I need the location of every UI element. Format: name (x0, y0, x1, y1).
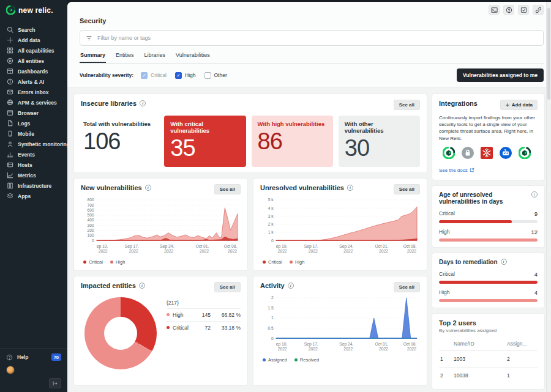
sidebar-item-all-capabilities[interactable]: All capabilities (0, 45, 67, 56)
vulnerabilities-assigned-button[interactable]: Vulnerabilities assigned to me (457, 68, 544, 82)
svg-text:Oct 08,: Oct 08, (403, 342, 417, 346)
sidebar-spacer (0, 201, 67, 349)
legend-item-high[interactable]: High (110, 259, 125, 265)
snowflake-icon[interactable] (481, 147, 493, 159)
legend-item-assigned[interactable]: Assigned (263, 357, 287, 363)
feedback-icon[interactable] (518, 5, 529, 15)
legend-item-high[interactable]: High (290, 259, 304, 265)
see-the-docs-link[interactable]: See the docs (439, 168, 474, 173)
avatar[interactable] (6, 366, 15, 374)
info-icon[interactable] (347, 185, 353, 191)
impacted-entities-donut[interactable] (84, 297, 157, 369)
chart-legend: CriticalHigh (81, 259, 241, 265)
tab-bar: SummaryEntitiesLibrariesVulnerabilities (80, 52, 544, 64)
integration-icons (443, 147, 538, 159)
chart-legend: AssignedResolved (260, 357, 420, 363)
sidebar-item-label: Errors inbox (18, 89, 49, 95)
severity-checkbox-critical[interactable]: Critical (141, 72, 167, 79)
sidebar-item-metrics[interactable]: Metrics (0, 170, 67, 180)
svg-text:2: 2 (271, 295, 274, 300)
sidebar-collapse-button[interactable] (49, 378, 61, 388)
insecure-tile-critical[interactable]: With critical vulnerabilities35 (164, 116, 246, 167)
external-link-icon (470, 168, 474, 172)
sidebar-item-add-data[interactable]: Add data (0, 35, 67, 45)
dependabot-icon[interactable] (500, 147, 512, 159)
right-column: Integrations Add data Continuously impor… (432, 94, 545, 386)
help-circle-icon[interactable] (503, 5, 514, 15)
severity-options: CriticalHighOther (141, 72, 449, 79)
sidebar-item-infrastructure[interactable]: Infrastructure (0, 180, 67, 191)
tab-libraries[interactable]: Libraries (144, 52, 167, 63)
svg-text:4 k: 4 k (268, 205, 274, 210)
svg-text:Oct 01,: Oct 01, (375, 342, 389, 346)
sidebar-item-synthetic-monitoring[interactable]: Synthetic monitoring (0, 139, 67, 149)
info-icon[interactable] (145, 185, 151, 191)
new-vulnerabilities-chart[interactable]: 0100200300400500600700800ep 10,2022Sep 1… (81, 197, 241, 257)
scrollbar[interactable] (546, 2, 551, 392)
sidebar-item-browser[interactable]: Browser (0, 108, 67, 118)
svg-text:0: 0 (271, 238, 274, 242)
sidebar-item-logs[interactable]: Logs (0, 118, 67, 128)
filter-bar[interactable] (80, 30, 544, 46)
newrelic-logo[interactable]: new relic. (0, 0, 67, 20)
see-all-button[interactable]: See all (394, 100, 420, 110)
main-panel: Security SummaryEntitiesLibrariesVulnera… (67, 2, 551, 392)
legend-dot (83, 261, 86, 264)
legend-item-resolved[interactable]: Resolved (294, 357, 319, 363)
link-icon[interactable] (533, 5, 544, 15)
newrelic-icon[interactable] (519, 147, 531, 159)
activity-chart[interactable]: 00.511.52ep 10,2022Sep 17,2022Sep 24,202… (260, 295, 420, 355)
svg-text:500: 500 (88, 213, 94, 217)
sidebar-item-search[interactable]: Search (0, 24, 67, 35)
table-row[interactable]: 2100381 (439, 367, 538, 383)
insecure-tile-plain[interactable]: Total with vulnerabilities106 (81, 116, 159, 167)
svg-text:1 k: 1 k (268, 230, 274, 234)
sidebar-item-label: Infrastructure (18, 183, 51, 189)
lock-icon[interactable] (462, 147, 474, 159)
sidebar-item-events[interactable]: Events (0, 149, 67, 160)
sidebar-item-help[interactable]: Help 70 (6, 353, 61, 361)
insecure-tile-high[interactable]: With high vulnerabilities86 (252, 116, 333, 167)
filter-input[interactable] (97, 35, 538, 41)
info-icon[interactable] (140, 100, 146, 106)
donut-legend-row-critical[interactable]: Critical7233.18 % (167, 321, 241, 334)
tab-entities[interactable]: Entities (115, 52, 135, 63)
sidebar-item-errors-inbox[interactable]: Errors inbox (0, 87, 67, 97)
sidebar-item-alerts-ai[interactable]: Alerts & AI (0, 76, 67, 87)
donut-legend-row-high[interactable]: High14566.82 % (167, 308, 241, 321)
newrelic-icon[interactable] (443, 147, 455, 159)
info-icon[interactable] (288, 283, 294, 289)
info-icon[interactable] (531, 191, 538, 198)
info-icon[interactable] (501, 259, 507, 265)
unresolved-vulnerabilities-chart[interactable]: 01 k2 k3 k4 k5 kep 10,2022Sep 17,2022Sep… (260, 197, 420, 257)
insecure-libraries-card: Insecure libraries See all Total with vu… (73, 94, 427, 173)
svg-text:0.5: 0.5 (268, 326, 274, 330)
severity-checkbox-other[interactable]: Other (204, 72, 227, 79)
sidebar-item-hosts[interactable]: Hosts (0, 160, 67, 170)
severity-checkbox-high[interactable]: High (175, 72, 195, 79)
terminal-icon[interactable] (489, 5, 500, 15)
see-all-button[interactable]: See all (214, 184, 241, 194)
see-all-button[interactable]: See all (394, 282, 420, 292)
svg-text:200: 200 (88, 228, 94, 232)
legend-item-critical[interactable]: Critical (83, 259, 103, 265)
add-data-button[interactable]: Add data (500, 100, 538, 110)
insecure-tile-other[interactable]: With other vulnerabilities30 (339, 116, 420, 167)
tab-vulnerabilities[interactable]: Vulnerabilities (175, 52, 211, 63)
sidebar-item-all-entities[interactable]: All entities (0, 56, 67, 66)
legend-item-critical[interactable]: Critical (263, 259, 282, 265)
header-action-icons (80, 5, 544, 15)
sidebar-item-dashboards[interactable]: Dashboards (0, 66, 67, 76)
severity-row: Vulnerability severity: CriticalHighOthe… (67, 64, 551, 88)
table-row[interactable]: 110032 (439, 350, 538, 367)
tab-summary[interactable]: Summary (80, 52, 106, 63)
sidebar-footer: Help 70 (0, 349, 67, 392)
see-all-button[interactable]: See all (394, 184, 420, 194)
impacted-entities-title: Impacted entities (81, 282, 145, 289)
sidebar-item-mobile[interactable]: Mobile (0, 128, 67, 139)
sidebar-item-apm-services[interactable]: APM & services (0, 97, 67, 108)
sidebar-item-apps[interactable]: Apps (0, 191, 67, 201)
plus-icon (7, 37, 13, 43)
see-all-button[interactable]: See all (214, 282, 241, 292)
info-icon[interactable] (139, 283, 145, 289)
